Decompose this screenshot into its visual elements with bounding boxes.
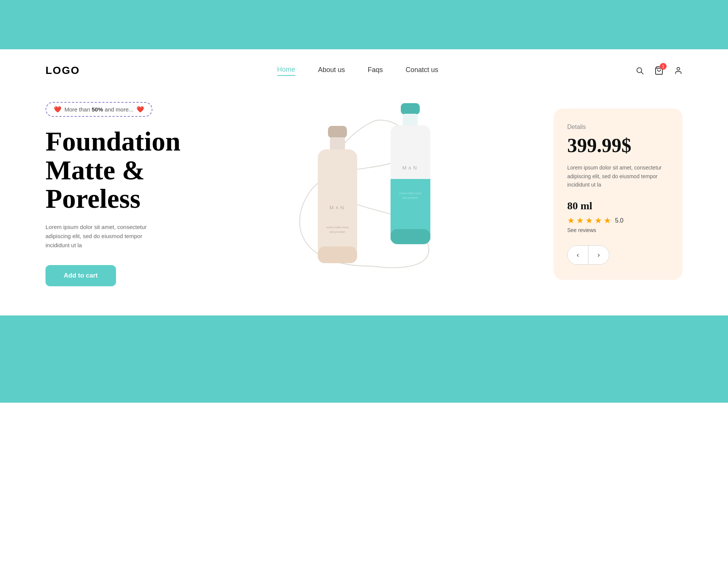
search-button[interactable] bbox=[635, 66, 644, 75]
star-4: ★ bbox=[595, 216, 602, 226]
promo-heart-right: ❤️ bbox=[136, 106, 144, 113]
svg-text:cream matte revive: cream matte revive bbox=[326, 226, 349, 229]
carousel-nav: ‹ › bbox=[567, 245, 609, 265]
details-label: Details bbox=[567, 124, 669, 130]
hero-section: ❤️ More than 50% and more... ❤️ Foundati… bbox=[0, 84, 728, 315]
hero-center: M∧N cream matte revive and porcelain bbox=[190, 96, 554, 293]
cart-badge: 1 bbox=[660, 63, 667, 70]
svg-text:M∧N: M∧N bbox=[329, 205, 345, 210]
star-1: ★ bbox=[567, 216, 575, 226]
user-icon bbox=[674, 66, 682, 75]
bottle-beige-svg: M∧N cream matte revive and porcelain bbox=[307, 126, 368, 285]
svg-text:and porcelain: and porcelain bbox=[329, 231, 345, 234]
next-arrow-button[interactable]: › bbox=[588, 246, 609, 264]
nav-link-home[interactable]: Home bbox=[277, 66, 295, 76]
promo-text: More than 50% and more... bbox=[64, 106, 133, 113]
nav-icons: 1 bbox=[635, 66, 682, 75]
bottom-bar bbox=[0, 315, 728, 403]
bottle-beige: M∧N cream matte revive and porcelain bbox=[307, 126, 368, 285]
product-price: 399.99$ bbox=[567, 134, 669, 157]
promo-heart-left: ❤️ bbox=[54, 106, 61, 113]
bottle-teal: M∧N cream matte revive and porcelain bbox=[381, 103, 440, 259]
hero-left: ❤️ More than 50% and more... ❤️ Foundati… bbox=[46, 102, 190, 286]
see-reviews-link[interactable]: See reviews bbox=[567, 227, 669, 233]
svg-text:cream matte revive: cream matte revive bbox=[399, 192, 422, 195]
bottles-container: M∧N cream matte revive and porcelain bbox=[296, 103, 447, 285]
svg-rect-5 bbox=[330, 137, 345, 151]
promo-percent: 50% bbox=[92, 106, 103, 113]
promo-badge: ❤️ More than 50% and more... ❤️ bbox=[46, 102, 152, 117]
svg-rect-15 bbox=[391, 229, 430, 244]
details-card: Details 399.99$ Lorem ipsum dolor sit am… bbox=[554, 108, 682, 279]
svg-line-1 bbox=[641, 72, 643, 74]
star-3: ★ bbox=[585, 216, 593, 226]
details-description: Lorem ipsum dolor sit amet, consectetur … bbox=[567, 163, 669, 189]
hero-description: Lorem ipsum dolor sit amet, consectetur … bbox=[46, 223, 167, 250]
svg-rect-6 bbox=[318, 149, 357, 256]
svg-point-3 bbox=[677, 67, 679, 70]
rating-number: 5.0 bbox=[615, 217, 623, 224]
logo: LOGO bbox=[46, 64, 80, 77]
product-volume: 80 ml bbox=[567, 200, 669, 212]
bottle-teal-svg: M∧N cream matte revive and porcelain bbox=[381, 103, 440, 259]
search-icon bbox=[635, 66, 644, 75]
svg-rect-7 bbox=[318, 246, 357, 263]
svg-rect-13 bbox=[391, 125, 430, 186]
svg-text:M∧N: M∧N bbox=[402, 165, 418, 171]
top-bar bbox=[0, 0, 728, 49]
star-rating: ★ ★ ★ ★ ★ 5.0 bbox=[567, 216, 669, 226]
nav-link-contact[interactable]: Conatct us bbox=[406, 66, 438, 75]
hero-title: FoundationMatte &Poreless bbox=[46, 127, 190, 213]
nav-link-about[interactable]: About us bbox=[318, 66, 345, 75]
add-to-cart-button[interactable]: Add to cart bbox=[46, 265, 116, 286]
star-5: ★ bbox=[604, 216, 611, 226]
prev-arrow-button[interactable]: ‹ bbox=[568, 246, 588, 264]
nav-link-faqs[interactable]: Faqs bbox=[368, 66, 383, 75]
svg-rect-4 bbox=[328, 126, 347, 138]
cart-button[interactable]: 1 bbox=[654, 66, 664, 75]
main-content: LOGO Home About us Faqs Conatct us 1 bbox=[0, 49, 728, 315]
navbar: LOGO Home About us Faqs Conatct us 1 bbox=[0, 49, 728, 84]
svg-rect-12 bbox=[403, 114, 418, 127]
svg-rect-11 bbox=[401, 103, 420, 115]
user-button[interactable] bbox=[674, 66, 682, 75]
nav-links: Home About us Faqs Conatct us bbox=[277, 66, 438, 76]
svg-text:and porcelain: and porcelain bbox=[402, 196, 418, 199]
star-2: ★ bbox=[576, 216, 584, 226]
